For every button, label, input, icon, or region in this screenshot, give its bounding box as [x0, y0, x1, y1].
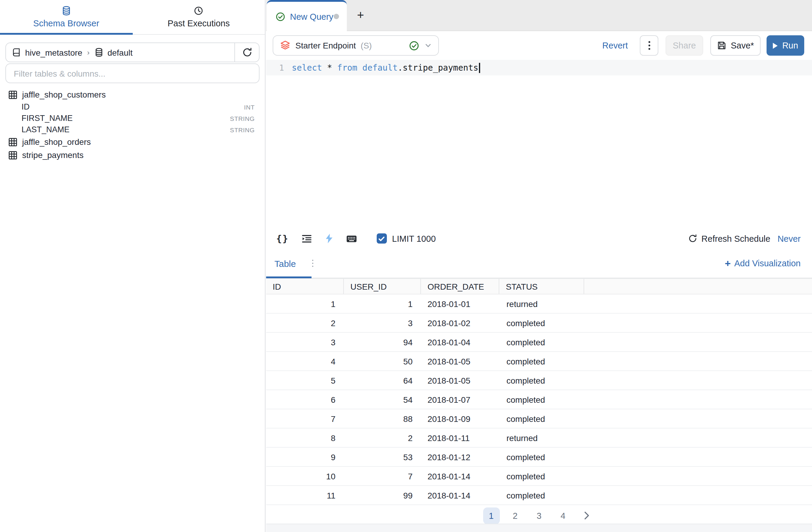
lightning-icon[interactable] [324, 233, 333, 243]
databricks-endpoint-icon [280, 40, 291, 51]
schema-column-item[interactable]: FIRST_NAMESTRING [9, 112, 255, 124]
add-visualization-button[interactable]: + Add Visualization [725, 258, 801, 268]
breadcrumb-path[interactable]: hive_metastore › default [6, 47, 234, 57]
cell-user-id: 50 [344, 356, 421, 366]
play-icon [772, 42, 778, 49]
breadcrumb-schema[interactable]: default [107, 47, 132, 57]
cell-status: completed [499, 318, 584, 328]
revert-button[interactable]: Revert [603, 41, 628, 50]
table-grid-icon [9, 137, 17, 146]
results-table-header: IDUSER_IDORDER_DATESTATUS [266, 278, 812, 294]
cell-user-id: 2 [344, 433, 421, 443]
new-tab-button[interactable]: + [347, 0, 374, 30]
page-button[interactable]: 4 [555, 507, 571, 524]
cell-status: completed [499, 356, 584, 366]
tab-schema-browser-label: Schema Browser [33, 18, 99, 28]
tab-new-query[interactable]: New Query [267, 0, 347, 31]
breadcrumb-catalog[interactable]: hive_metastore [25, 47, 82, 57]
schema-column-item[interactable]: IDINT [9, 101, 255, 112]
cell-order-date: 2018-01-09 [421, 414, 499, 423]
cell-id: 1 [266, 299, 344, 308]
schema-table-item[interactable]: jaffle_shop_orders [9, 135, 255, 149]
sidebar: Schema Browser Past Executions [0, 0, 265, 532]
refresh-schedule: Refresh Schedule Never [688, 234, 801, 243]
results-tabs: Table + Add Visualization [266, 249, 812, 278]
endpoint-size: (S) [361, 41, 372, 50]
tab-schema-browser[interactable]: Schema Browser [0, 0, 132, 34]
column-header[interactable]: STATUS [499, 279, 584, 294]
cell-id: 8 [266, 433, 344, 443]
filter-input[interactable] [13, 68, 252, 79]
cell-user-id: 53 [344, 452, 421, 462]
table-row: 232018-01-02completed [266, 313, 812, 333]
cell-id: 10 [266, 471, 344, 481]
run-button[interactable]: Run [767, 35, 804, 56]
table-tab-kebab-icon[interactable] [310, 257, 315, 269]
table-row: 5642018-01-05completed [266, 371, 812, 390]
page-button[interactable]: 3 [531, 507, 547, 524]
editor-toolbar: {} [266, 228, 812, 249]
refresh-schedule-label: Refresh Schedule [701, 234, 770, 243]
history-clock-icon [194, 6, 204, 16]
sidebar-tabs: Schema Browser Past Executions [0, 0, 265, 35]
cell-user-id: 64 [344, 376, 421, 385]
cell-status: completed [499, 471, 584, 481]
schema-browser-header: hive_metastore › default [0, 35, 265, 83]
table-row: 1072018-01-14completed [266, 467, 812, 486]
refresh-schema-button[interactable] [234, 43, 259, 62]
cell-id: 5 [266, 376, 344, 385]
tab-past-executions[interactable]: Past Executions [132, 0, 265, 34]
cell-status: completed [499, 414, 584, 423]
share-button[interactable]: Share [666, 35, 703, 56]
page-button[interactable]: 2 [507, 507, 523, 524]
refresh-schedule-value[interactable]: Never [778, 234, 801, 243]
schema-table-item[interactable]: jaffle_shop_customers [9, 88, 255, 101]
cell-user-id: 94 [344, 337, 421, 347]
page-button[interactable]: 1 [483, 507, 499, 524]
cell-user-id: 88 [344, 414, 421, 423]
column-header[interactable]: ID [266, 279, 344, 294]
cell-id: 3 [266, 337, 344, 347]
schema-column-type: STRING [230, 126, 255, 133]
column-header[interactable]: ORDER_DATE [421, 279, 499, 294]
cell-id: 4 [266, 356, 344, 366]
refresh-icon [242, 47, 252, 57]
pagination: 1234 [266, 506, 812, 525]
schema-column-type: STRING [230, 115, 255, 122]
main-panel: New Query + Starter Endpoint (S) [266, 0, 812, 532]
sql-token: .stripe_payments [397, 63, 478, 72]
table-grid-icon [9, 151, 17, 159]
format-braces-icon[interactable]: {} [276, 233, 289, 244]
endpoint-selector[interactable]: Starter Endpoint (S) [273, 35, 439, 56]
schema-column-item[interactable]: LAST_NAMESTRING [9, 124, 255, 135]
cell-id: 9 [266, 452, 344, 462]
cell-order-date: 2018-01-14 [421, 490, 499, 500]
limit-toggle[interactable]: LIMIT 1000 [376, 233, 436, 243]
table-row: 4502018-01-05completed [266, 352, 812, 371]
tab-table-visualization[interactable]: Table [274, 258, 296, 268]
endpoint-status-check-icon [409, 40, 419, 51]
sql-token: from [337, 63, 357, 72]
table-grid-icon [9, 90, 17, 99]
next-page-button[interactable] [579, 507, 595, 524]
sql-editor[interactable]: 1 select * from default.stripe_payments [266, 60, 812, 228]
save-button[interactable]: Save* [710, 35, 760, 56]
filter-input-wrap [5, 64, 260, 83]
cell-id: 7 [266, 414, 344, 423]
cell-order-date: 2018-01-01 [421, 299, 499, 308]
table-row: 6542018-01-07completed [266, 390, 812, 409]
column-header[interactable]: USER_ID [344, 279, 421, 294]
more-actions-button[interactable] [640, 35, 658, 56]
schema-table-item[interactable]: stripe_payments [9, 149, 255, 162]
indent-icon[interactable] [301, 234, 312, 243]
app-window: Schema Browser Past Executions [0, 0, 812, 532]
active-viz-underline [266, 277, 311, 278]
results-table-body: 112018-01-01returned232018-01-02complete… [266, 294, 812, 505]
cell-id: 6 [266, 395, 344, 404]
breadcrumb: hive_metastore › default [5, 42, 260, 62]
run-button-label: Run [782, 41, 798, 50]
keyboard-shortcuts-icon[interactable] [346, 234, 357, 243]
cell-order-date: 2018-01-05 [421, 356, 499, 366]
table-row: 112018-01-01returned [266, 294, 812, 313]
limit-checkbox[interactable] [376, 233, 387, 243]
